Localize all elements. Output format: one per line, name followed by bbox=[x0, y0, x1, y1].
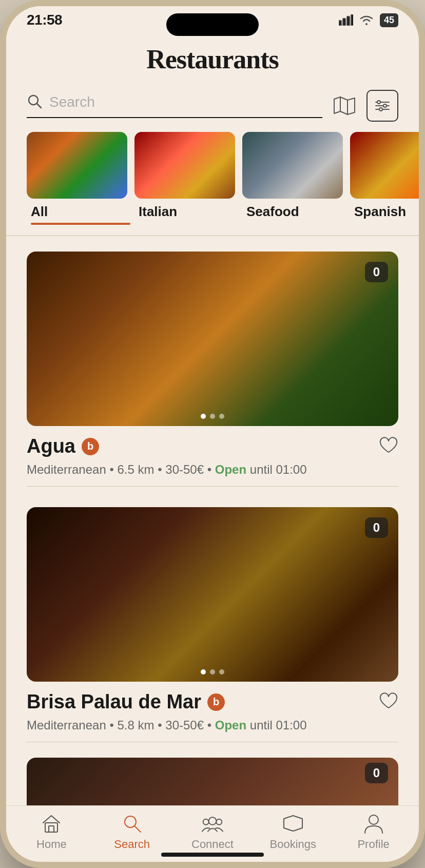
category-spanish[interactable]: Spanish bbox=[350, 132, 419, 225]
status-time: 21:58 bbox=[27, 12, 62, 28]
card-info-agua: Agua b Mediterranean • 6.5 km bbox=[27, 426, 398, 487]
svg-rect-14 bbox=[49, 826, 54, 832]
nav-profile-label: Profile bbox=[357, 838, 389, 851]
phone-frame: 21:58 45 Restaurants bbox=[0, 0, 425, 868]
restaurant-name-agua: Agua b bbox=[27, 435, 99, 457]
search-section: Search bbox=[6, 80, 419, 122]
profile-icon bbox=[362, 812, 385, 835]
category-seafood[interactable]: Seafood bbox=[242, 132, 350, 225]
restaurant-image-brisa[interactable]: 0 bbox=[27, 507, 398, 682]
restaurant-meta-brisa: Mediterranean • 5.8 km • 30-50€ • Open u… bbox=[27, 718, 398, 732]
search-nav-icon bbox=[121, 812, 143, 835]
svg-point-12 bbox=[379, 108, 382, 111]
svg-rect-1 bbox=[343, 18, 345, 26]
dynamic-island bbox=[166, 13, 259, 36]
restaurant-card-agua: 0 Agua b bbox=[27, 252, 398, 487]
nav-bookings[interactable]: Bookings bbox=[260, 812, 326, 851]
nav-bookings-label: Bookings bbox=[270, 838, 317, 851]
svg-rect-13 bbox=[45, 823, 57, 832]
restaurant-card-brisa: 0 Brisa Palau de Mar b bbox=[27, 507, 398, 742]
header: Restaurants bbox=[6, 34, 419, 80]
nav-profile[interactable]: Profile bbox=[340, 812, 407, 851]
signal-icon bbox=[339, 14, 353, 26]
nav-home-label: Home bbox=[36, 838, 67, 851]
svg-point-19 bbox=[216, 819, 222, 824]
nav-home[interactable]: Home bbox=[18, 812, 85, 851]
open-status-agua: Open bbox=[215, 462, 246, 476]
svg-rect-0 bbox=[339, 21, 341, 26]
svg-rect-2 bbox=[347, 16, 350, 26]
status-icons: 45 bbox=[339, 13, 398, 27]
card-counter-agua: 0 bbox=[365, 262, 388, 282]
bookings-icon bbox=[282, 812, 304, 835]
favorite-button-agua[interactable] bbox=[379, 437, 398, 456]
card-dots-brisa bbox=[201, 669, 224, 674]
svg-point-15 bbox=[125, 816, 136, 827]
svg-line-5 bbox=[37, 104, 41, 108]
page-title: Restaurants bbox=[27, 44, 398, 74]
badge-b-agua: b bbox=[82, 438, 99, 455]
category-all[interactable]: All bbox=[27, 132, 134, 225]
nav-connect[interactable]: Connect bbox=[179, 812, 246, 851]
main-content: Restaurants Search bbox=[6, 34, 419, 805]
card-dots-agua bbox=[201, 414, 224, 419]
partial-card: 0 bbox=[27, 758, 398, 805]
restaurant-image-agua[interactable]: 0 bbox=[27, 252, 398, 426]
home-icon bbox=[40, 812, 63, 835]
search-icon bbox=[27, 93, 42, 111]
badge-b-brisa: b bbox=[207, 693, 225, 711]
category-italian[interactable]: Italian bbox=[134, 132, 242, 225]
search-bar[interactable]: Search bbox=[27, 93, 322, 118]
connect-icon bbox=[201, 812, 224, 835]
svg-line-16 bbox=[135, 826, 141, 832]
svg-point-20 bbox=[369, 815, 378, 824]
card-info-brisa: Brisa Palau de Mar b Mediterranean • 5.8 bbox=[27, 682, 398, 742]
svg-rect-3 bbox=[351, 14, 353, 26]
categories-scroll[interactable]: All Italian Seafood Spanish bbox=[6, 122, 419, 225]
battery-indicator: 45 bbox=[380, 13, 398, 27]
card-counter-brisa: 0 bbox=[365, 517, 388, 538]
nav-search-label: Search bbox=[114, 838, 150, 851]
restaurant-name-brisa: Brisa Palau de Mar b bbox=[27, 691, 225, 713]
svg-point-11 bbox=[383, 104, 387, 107]
nav-connect-label: Connect bbox=[191, 838, 234, 851]
svg-marker-6 bbox=[334, 97, 355, 114]
restaurant-meta-agua: Mediterranean • 6.5 km • 30-50€ • Open u… bbox=[27, 462, 398, 477]
svg-point-17 bbox=[209, 817, 217, 825]
filter-button[interactable] bbox=[366, 90, 398, 122]
nav-search[interactable]: Search bbox=[99, 812, 165, 851]
open-status-brisa: Open bbox=[215, 718, 246, 732]
map-button[interactable] bbox=[331, 92, 358, 120]
wifi-icon bbox=[358, 14, 375, 26]
svg-point-10 bbox=[377, 101, 380, 104]
search-placeholder[interactable]: Search bbox=[49, 94, 322, 110]
svg-point-18 bbox=[203, 819, 209, 824]
restaurants-list: 0 Agua b bbox=[6, 236, 419, 758]
favorite-button-brisa[interactable] bbox=[379, 692, 398, 712]
home-bar bbox=[161, 853, 264, 857]
